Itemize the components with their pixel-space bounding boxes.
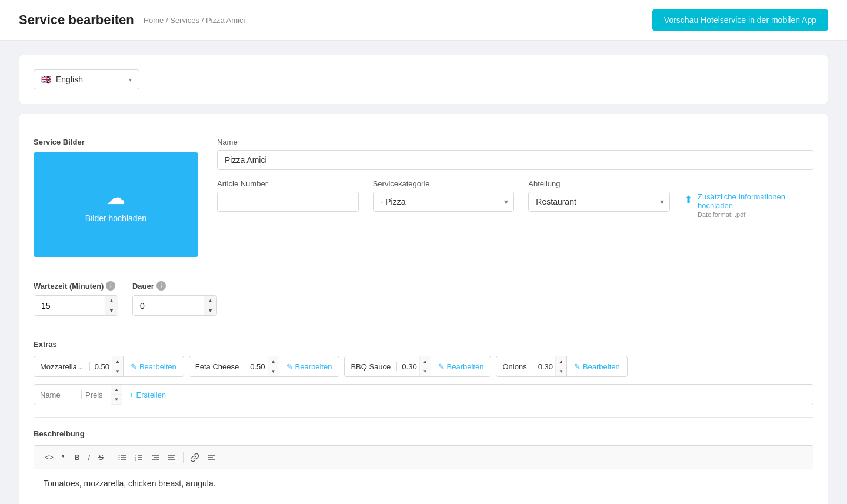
language-selector[interactable]: 🇬🇧 English ▾ [34, 69, 139, 89]
toolbar-code-btn[interactable]: <> [41, 450, 57, 464]
toolbar-divider-2 [183, 452, 184, 463]
toolbar-indent-right-btn[interactable] [164, 451, 179, 464]
extra-edit-feta[interactable]: ✎ Bearbeiten [279, 356, 339, 376]
toolbar-indent-left-btn[interactable] [148, 451, 163, 464]
wait-time-input[interactable] [34, 296, 105, 315]
extra-decrement-onions[interactable]: ▼ [556, 366, 566, 376]
department-label: Abteilung [528, 179, 670, 188]
upload-cloud-icon: ☁ [106, 186, 125, 209]
department-select-wrapper: Restaurant [528, 192, 670, 212]
duration-increment[interactable]: ▲ [204, 296, 216, 306]
toolbar-align-btn[interactable] [204, 451, 219, 464]
extra-item-onions: Onions 0.30 ▲ ▼ ✎ Bearbeiten [496, 356, 627, 377]
toolbar-strikethrough-btn[interactable]: S [95, 450, 107, 464]
wait-time-input-wrapper: ▲ ▼ [34, 295, 118, 316]
pencil-icon-bbq: ✎ [438, 362, 445, 371]
duration-spinners: ▲ ▼ [204, 296, 216, 315]
main-content: 🇬🇧 English ▾ Service Bilder ☁ Bilder hoc… [0, 41, 847, 504]
extra-edit-mozzarella[interactable]: ✎ Bearbeiten [123, 356, 184, 376]
extras-section: Extras Mozzarella... 0.50 ▲ ▼ ✎ Bearbeit… [34, 340, 813, 405]
toolbar-bold-btn[interactable]: B [71, 450, 83, 464]
edit-label: Bearbeiten [139, 362, 176, 371]
wait-section: Wartezeit (Minuten) i ▲ ▼ Dauer i [34, 281, 813, 316]
toolbar-link-btn[interactable] [187, 451, 202, 464]
toolbar-ul-btn[interactable] [115, 451, 130, 464]
new-extra-price-input[interactable] [81, 390, 111, 399]
extra-edit-bbq[interactable]: ✎ Bearbeiten [431, 356, 491, 376]
preview-button[interactable]: Vorschau Hotelservice in der mobilen App [652, 9, 828, 31]
extra-increment-mozzarella[interactable]: ▲ [112, 356, 123, 366]
editor-content[interactable]: Tomatoes, mozzarella, chicken breast, ar… [34, 469, 813, 504]
description-text: Tomatoes, mozzarella, chicken breast, ar… [44, 479, 216, 488]
extra-increment-bbq[interactable]: ▲ [420, 356, 431, 366]
pencil-icon-feta: ✎ [286, 362, 293, 371]
new-extra-decrement[interactable]: ▼ [111, 395, 122, 405]
toolbar-hr-btn[interactable]: — [220, 450, 235, 464]
fields-row: Article Number Servicekategorie - Pizza … [217, 179, 813, 218]
edit-label-onions: Bearbeiten [583, 362, 620, 371]
breadcrumb-home[interactable]: Home [144, 16, 164, 25]
wait-time-increment[interactable]: ▲ [105, 296, 118, 306]
name-group: Name [217, 138, 813, 170]
extra-spinners-feta: ▲ ▼ [268, 356, 279, 376]
toolbar-paragraph-btn[interactable]: ¶ [58, 450, 69, 464]
duration-input[interactable] [133, 296, 204, 315]
wait-time-label: Wartezeit (Minuten) [34, 282, 104, 291]
department-select[interactable]: Restaurant [528, 192, 670, 212]
upload-box[interactable]: ☁ Bilder hochladen [34, 152, 198, 257]
service-images-label: Service Bilder [34, 138, 198, 146]
duration-info-badge: i [156, 281, 166, 291]
wait-time-group: Wartezeit (Minuten) i ▲ ▼ [34, 281, 118, 316]
upload-info-link[interactable]: Zusätzliche Informationen hochladen [698, 192, 813, 210]
new-extra-increment[interactable]: ▲ [111, 385, 122, 395]
category-select[interactable]: - Pizza [373, 192, 515, 212]
category-select-wrapper: - Pizza [373, 192, 515, 212]
flag-icon: 🇬🇧 [41, 75, 51, 84]
extra-decrement-mozzarella[interactable]: ▼ [112, 366, 123, 376]
description-section: Beschreibung <> ¶ B I S 1.2.3. [34, 429, 813, 504]
divider-3 [34, 417, 813, 418]
extra-increment-onions[interactable]: ▲ [556, 356, 566, 366]
breadcrumb-sep2: / [202, 16, 206, 25]
divider-1 [34, 269, 813, 269]
name-label: Name [217, 138, 813, 146]
extra-spinners-bbq: ▲ ▼ [419, 356, 431, 376]
breadcrumb-services[interactable]: Services [170, 16, 199, 25]
article-label: Article Number [217, 179, 359, 188]
name-input[interactable] [217, 150, 813, 170]
duration-group: Dauer i ▲ ▼ [132, 281, 217, 316]
new-extra-spinners: ▲ ▼ [111, 385, 122, 405]
pencil-icon-onions: ✎ [574, 362, 581, 371]
extra-price-bbq: 0.30 [397, 362, 419, 371]
description-label: Beschreibung [34, 429, 813, 438]
svg-point-5 [118, 459, 119, 460]
create-label: Erstellen [136, 390, 166, 399]
extra-name-mozzarella: Mozzarella... [34, 362, 90, 371]
extra-decrement-bbq[interactable]: ▼ [420, 366, 431, 376]
duration-decrement[interactable]: ▼ [204, 306, 216, 316]
upload-info-col: ⬆ Zusätzliche Informationen hochladen Da… [684, 179, 813, 218]
extra-decrement-feta[interactable]: ▼ [268, 366, 279, 376]
form-section: Service Bilder ☁ Bilder hochladen Name A… [34, 138, 813, 257]
extra-increment-feta[interactable]: ▲ [268, 356, 279, 366]
article-col: Article Number [217, 179, 359, 212]
wait-time-decrement[interactable]: ▼ [105, 306, 118, 316]
create-extra-button[interactable]: + Erstellen [122, 385, 173, 405]
upload-label: Bilder hochladen [85, 213, 146, 223]
svg-point-3 [118, 455, 119, 456]
plus-icon: + [129, 390, 134, 399]
extra-spinners-mozzarella: ▲ ▼ [112, 356, 123, 376]
extra-edit-onions[interactable]: ✎ Bearbeiten [566, 356, 627, 376]
svg-text:3.: 3. [135, 458, 136, 461]
breadcrumb-pizza[interactable]: Pizza Amici [206, 16, 245, 25]
new-extra-name-input[interactable] [34, 390, 81, 399]
department-col: Abteilung Restaurant [528, 179, 670, 212]
extra-price-mozzarella: 0.50 [90, 362, 112, 371]
edit-label-bbq: Bearbeiten [447, 362, 484, 371]
toolbar-ol-btn[interactable]: 1.2.3. [131, 451, 146, 464]
toolbar-italic-btn[interactable]: I [85, 450, 94, 464]
article-number-input[interactable] [217, 192, 359, 212]
edit-label-feta: Bearbeiten [295, 362, 332, 371]
breadcrumb: Home / Services / Pizza Amici [144, 16, 245, 25]
category-col: Servicekategorie - Pizza [373, 179, 515, 212]
